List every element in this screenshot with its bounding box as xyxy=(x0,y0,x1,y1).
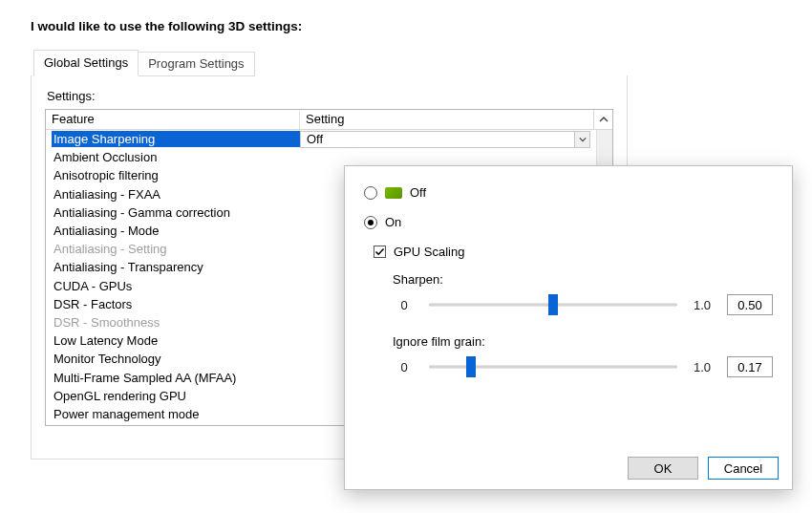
sharpen-label: Sharpen: xyxy=(393,272,773,287)
setting-dropdown[interactable]: Off xyxy=(300,131,590,148)
table-row[interactable]: Ambient Occlusion xyxy=(46,148,596,166)
feature-name: Monitor Technology xyxy=(52,351,300,367)
ok-button[interactable]: OK xyxy=(628,457,698,480)
radio-on[interactable]: On xyxy=(364,215,773,229)
feature-name: DSR - Smoothness xyxy=(52,314,300,331)
grain-max: 1.0 xyxy=(691,360,714,374)
table-row[interactable]: Image SharpeningOff xyxy=(46,130,596,148)
gpu-scaling-label: GPU Scaling xyxy=(394,245,464,259)
chevron-up-icon xyxy=(599,115,609,124)
grain-slider[interactable] xyxy=(429,359,677,374)
feature-name: OpenGL rendering GPU xyxy=(52,388,300,404)
feature-name: Antialiasing - Mode xyxy=(52,223,300,239)
sharpen-max: 1.0 xyxy=(691,298,714,312)
setting-value: Off xyxy=(307,132,323,146)
radio-off[interactable]: Off xyxy=(364,185,773,200)
feature-name: Low Latency Mode xyxy=(52,332,300,349)
radio-off-indicator xyxy=(364,186,377,200)
dialog-footer: OK Cancel xyxy=(345,447,792,489)
radio-on-label: On xyxy=(385,215,401,229)
tab-program-settings[interactable]: Program Settings xyxy=(139,52,254,76)
tabs: Global Settings Program Settings xyxy=(33,52,795,76)
feature-name: Antialiasing - FXAA xyxy=(52,186,300,203)
sharpen-slider[interactable] xyxy=(429,297,677,312)
grain-slider-group: Ignore film grain: 0 1.0 0.17 xyxy=(393,334,773,377)
grain-value[interactable]: 0.17 xyxy=(727,356,773,377)
sharpen-min: 0 xyxy=(393,298,416,312)
sharpening-dialog: Off On GPU Scaling Sharpen: 0 xyxy=(344,165,793,490)
feature-name: Antialiasing - Transparency xyxy=(52,259,300,275)
tab-global-settings[interactable]: Global Settings xyxy=(33,50,139,76)
feature-name: CUDA - GPUs xyxy=(52,278,300,294)
page-title: I would like to use the following 3D set… xyxy=(31,19,795,33)
page-root: I would like to use the following 3D set… xyxy=(0,0,812,513)
feature-name: Anisotropic filtering xyxy=(52,167,300,183)
check-icon xyxy=(374,246,385,257)
chevron-down-icon xyxy=(574,132,589,147)
radio-on-indicator xyxy=(364,216,377,229)
sharpen-slider-group: Sharpen: 0 1.0 0.50 xyxy=(393,272,773,315)
settings-subtitle: Settings: xyxy=(47,89,613,103)
grain-label: Ignore film grain: xyxy=(393,334,773,349)
sharpen-value[interactable]: 0.50 xyxy=(727,294,773,315)
feature-name: Antialiasing - Setting xyxy=(52,241,300,257)
radio-off-label: Off xyxy=(410,185,426,200)
feature-name: Multi-Frame Sampled AA (MFAA) xyxy=(52,370,300,386)
grain-thumb[interactable] xyxy=(466,356,476,377)
gpu-scaling-checkbox[interactable]: GPU Scaling xyxy=(374,245,773,259)
dialog-body: Off On GPU Scaling Sharpen: 0 xyxy=(345,166,792,447)
grain-min: 0 xyxy=(393,360,416,374)
nvidia-badge-icon xyxy=(385,187,402,199)
sharpen-thumb[interactable] xyxy=(548,294,558,315)
feature-name: DSR - Factors xyxy=(52,296,300,312)
column-setting[interactable]: Setting xyxy=(300,110,593,129)
table-header: Feature Setting xyxy=(46,110,612,130)
cancel-button[interactable]: Cancel xyxy=(708,457,779,480)
scroll-up-button[interactable] xyxy=(593,110,612,129)
feature-name: Antialiasing - Gamma correction xyxy=(52,204,300,221)
feature-value-cell: Off xyxy=(300,131,590,148)
feature-name: Image Sharpening xyxy=(52,131,300,147)
column-feature[interactable]: Feature xyxy=(46,110,300,129)
feature-name: Power management mode xyxy=(52,406,300,422)
feature-name: Ambient Occlusion xyxy=(52,149,300,165)
checkbox-indicator xyxy=(374,246,386,258)
grain-slider-row: 0 1.0 0.17 xyxy=(393,356,773,377)
sharpen-slider-row: 0 1.0 0.50 xyxy=(393,294,773,315)
